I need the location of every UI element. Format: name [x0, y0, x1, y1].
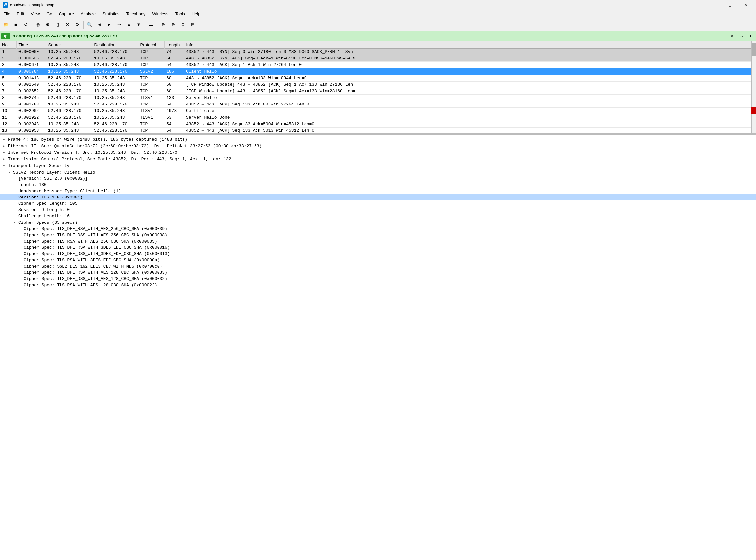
table-row[interactable]: 40.00078410.25.35.24352.46.228.170SSLv21… — [0, 68, 751, 75]
cell-no: 9 — [0, 101, 16, 108]
detail-item-tls-ciphers[interactable]: ▾ Cipher Specs (35 specs) — [0, 219, 756, 226]
col-header-time[interactable]: Time — [16, 41, 46, 48]
packet-scrollbar[interactable] — [751, 41, 756, 134]
detail-item-tcp[interactable]: ▸ Transmission Control Protocol, Src Por… — [0, 156, 756, 162]
detail-item-tls-length[interactable]: Length: 130 — [0, 182, 756, 188]
col-header-protocol[interactable]: Protocol — [138, 41, 164, 48]
detail-item-cipher-7[interactable]: Cipher Spec: SSL2_DES_192_EDE3_CBC_WITH_… — [0, 263, 756, 269]
toolbar-btn-5[interactable]: ▯ — [53, 20, 62, 29]
toolbar-sep — [83, 21, 83, 28]
col-header-info[interactable]: Info — [184, 41, 751, 48]
expand-icon[interactable]: ▸ — [3, 143, 8, 148]
table-row[interactable]: 10.00000010.25.35.24352.46.228.170TCP744… — [0, 48, 751, 55]
toolbar-btn-14[interactable]: ▬ — [146, 20, 156, 29]
expand-icon[interactable]: ▸ — [3, 137, 8, 142]
toolbar-btn-0[interactable]: 📂 — [1, 20, 11, 29]
table-row[interactable]: 50.00141352.46.228.17010.25.35.243TCP604… — [0, 75, 751, 81]
detail-item-tls-session[interactable]: Session ID Length: 0 — [0, 207, 756, 213]
filter-right-btn[interactable]: → — [738, 32, 745, 40]
detail-item-cipher-3[interactable]: Cipher Spec: TLS_RSA_WITH_AES_256_CBC_SH… — [0, 238, 756, 244]
toolbar-btn-9[interactable]: ◄ — [95, 20, 104, 29]
detail-item-tls-root[interactable]: ▾ Transport Layer Security — [0, 162, 756, 169]
scrollbar-thumb[interactable] — [752, 43, 756, 56]
toolbar-btn-7[interactable]: ⟳ — [73, 20, 82, 29]
table-row[interactable]: 110.00292252.46.228.17010.25.35.243TLSv1… — [0, 114, 751, 121]
table-row[interactable]: 60.00264052.46.228.17010.25.35.243TCP60[… — [0, 81, 751, 88]
menu-item-view[interactable]: View — [27, 10, 43, 18]
menu-item-tools[interactable]: Tools — [172, 10, 188, 18]
toolbar-btn-6[interactable]: ✕ — [63, 20, 72, 29]
toolbar-btn-2[interactable]: ↺ — [21, 20, 30, 29]
minimize-button[interactable]: — — [707, 0, 722, 10]
menu-item-edit[interactable]: Edit — [14, 10, 27, 18]
expand-icon[interactable]: ▾ — [13, 220, 18, 225]
detail-item-cipher-9[interactable]: Cipher Spec: TLS_DHE_DSS_WITH_AES_128_CB… — [0, 276, 756, 282]
col-header-destination[interactable]: Destination — [92, 41, 138, 48]
expand-icon[interactable]: ▸ — [3, 156, 8, 162]
toolbar-btn-12[interactable]: ▲ — [124, 20, 134, 29]
filter-clear-btn[interactable]: ✕ — [729, 32, 736, 40]
menu-item-wireless[interactable]: Wireless — [149, 10, 172, 18]
detail-item-tls-handshake[interactable]: Handshake Message Type: Client Hello (1) — [0, 188, 756, 194]
toolbar-btn-13[interactable]: ▼ — [134, 20, 143, 29]
detail-item-cipher-4[interactable]: Cipher Spec: TLS_DHE_RSA_WITH_3DES_EDE_C… — [0, 244, 756, 251]
detail-item-tls-cipher-len[interactable]: Cipher Spec Length: 105 — [0, 200, 756, 207]
detail-item-cipher-2[interactable]: Cipher Spec: TLS_DHE_DSS_WITH_AES_256_CB… — [0, 232, 756, 238]
menu-item-statistics[interactable]: Statistics — [99, 10, 123, 18]
menu-item-help[interactable]: Help — [189, 10, 204, 18]
detail-item-cipher-5[interactable]: Cipher Spec: TLS_DHE_DSS_WITH_3DES_EDE_C… — [0, 251, 756, 257]
detail-item-frame[interactable]: ▸ Frame 4: 186 bytes on wire (1488 bits)… — [0, 136, 756, 143]
menu-item-telephony[interactable]: Telephony — [123, 10, 149, 18]
detail-item-tls-challenge[interactable]: Challenge Length: 16 — [0, 213, 756, 219]
table-row[interactable]: 130.00295310.25.35.24352.46.228.170TCP54… — [0, 127, 751, 134]
menu-item-analyze[interactable]: Analyze — [77, 10, 99, 18]
detail-item-ip[interactable]: ▸ Internet Protocol Version 4, Src: 10.2… — [0, 149, 756, 156]
detail-item-cipher-10[interactable]: Cipher Spec: TLS_RSA_WITH_AES_128_CBC_SH… — [0, 282, 756, 288]
toolbar-btn-1[interactable]: ■ — [11, 20, 20, 29]
detail-item-tls-record[interactable]: ▾ SSLv2 Record Layer: Client Hello — [0, 169, 756, 176]
toolbar-btn-8[interactable]: 🔍 — [85, 20, 94, 29]
toolbar-btn-17[interactable]: ⊙ — [178, 20, 188, 29]
detail-item-cipher-8[interactable]: Cipher Spec: TLS_DHE_RSA_WITH_AES_128_CB… — [0, 269, 756, 276]
table-row[interactable]: 100.00290252.46.228.17010.25.35.243TLSv1… — [0, 108, 751, 114]
detail-item-cipher-1[interactable]: Cipher Spec: TLS_DHE_RSA_WITH_AES_256_CB… — [0, 226, 756, 232]
packet-list[interactable]: No.TimeSourceDestinationProtocolLengthIn… — [0, 41, 751, 134]
toolbar-btn-3[interactable]: ◎ — [33, 20, 42, 29]
detail-text: Cipher Spec: TLS_RSA_WITH_3DES_EDE_CBC_S… — [24, 258, 159, 263]
expand-icon[interactable]: ▸ — [3, 150, 8, 155]
cell-source: 52.46.228.170 — [46, 108, 92, 114]
detail-item-tls-ver[interactable]: Version: TLS 1.0 (0x0301) — [0, 194, 756, 200]
menu-item-go[interactable]: Go — [43, 10, 55, 18]
cell-no: 3 — [0, 62, 16, 68]
table-row[interactable]: 20.00063552.46.228.17010.25.35.243TCP664… — [0, 55, 751, 62]
col-header-source[interactable]: Source — [46, 41, 92, 48]
detail-item-ethernet[interactable]: ▸ Ethernet II, Src: QuantaCo_bc:03:72 (2… — [0, 143, 756, 149]
cell-no: 13 — [0, 127, 16, 134]
col-header-no[interactable]: No. — [0, 41, 16, 48]
filter-add-btn[interactable]: + — [747, 32, 755, 40]
menu-item-capture[interactable]: Capture — [56, 10, 77, 18]
table-row[interactable]: 90.00278310.25.35.24352.46.228.170TCP544… — [0, 101, 751, 108]
cell-time: 0.001413 — [16, 75, 46, 81]
detail-item-cipher-6[interactable]: Cipher Spec: TLS_RSA_WITH_3DES_EDE_CBC_S… — [0, 257, 756, 263]
col-header-length[interactable]: Length — [164, 41, 184, 48]
table-row[interactable]: 30.00067110.25.35.24352.46.228.170TCP544… — [0, 62, 751, 68]
menu-item-file[interactable]: File — [0, 10, 14, 18]
toolbar-btn-15[interactable]: ⊕ — [158, 20, 168, 29]
toolbar-btn-18[interactable]: ⊞ — [188, 20, 197, 29]
toolbar-btn-16[interactable]: ⊖ — [168, 20, 178, 29]
toolbar-btn-11[interactable]: ⇒ — [114, 20, 124, 29]
table-row[interactable]: 80.00274552.46.228.17010.25.35.243TLSv11… — [0, 95, 751, 101]
expand-icon[interactable]: ▾ — [3, 163, 8, 168]
filter-input[interactable] — [12, 34, 727, 38]
cell-length: 54 — [164, 121, 184, 127]
table-row[interactable]: 70.00265252.46.228.17010.25.35.243TCP60[… — [0, 88, 751, 95]
toolbar-btn-4[interactable]: ⚙ — [43, 20, 52, 29]
close-button[interactable]: ✕ — [738, 0, 753, 10]
toolbar-btn-10[interactable]: ► — [104, 20, 114, 29]
table-row[interactable]: 120.00294310.25.35.24352.46.228.170TCP54… — [0, 121, 751, 127]
expand-icon[interactable]: ▾ — [8, 169, 13, 175]
maximize-button[interactable]: ◻ — [722, 0, 738, 10]
detail-panel[interactable]: ▸ Frame 4: 186 bytes on wire (1488 bits)… — [0, 135, 756, 560]
detail-item-tls-version[interactable]: [Version: SSL 2.0 (0x0002)] — [0, 176, 756, 182]
